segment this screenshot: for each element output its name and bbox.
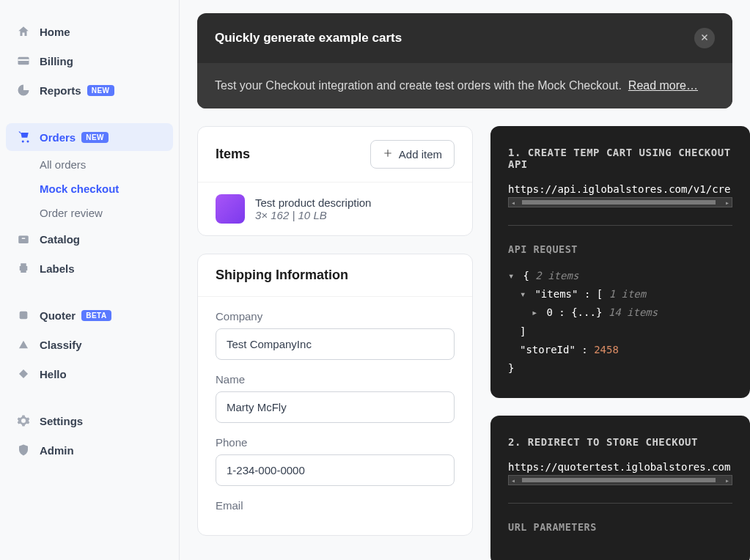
plus-icon: [383, 148, 393, 161]
name-input[interactable]: [216, 391, 455, 423]
scrollbar-thumb[interactable]: [522, 478, 716, 482]
api-panel-2: 2. REDIRECT TO STORE CHECKOUT https://qu…: [490, 416, 750, 560]
sidebar-item-orders[interactable]: Orders NEW: [6, 123, 173, 151]
item-thumbnail: [216, 194, 245, 224]
banner-text: Test your Checkout integration and creat…: [215, 79, 622, 92]
square-icon: [16, 308, 31, 323]
scroll-right-icon: ▸: [723, 199, 732, 207]
diamond-icon: [16, 366, 31, 381]
sidebar-item-quoter[interactable]: Quoter BETA: [6, 301, 173, 329]
sidebar-item-home[interactable]: Home: [6, 18, 173, 45]
items-title: Items: [216, 147, 250, 162]
item-row[interactable]: Test product description 3× 162 | 10 LB: [198, 183, 472, 235]
scroll-left-icon: ◂: [509, 476, 518, 485]
card-icon: [16, 54, 31, 68]
svg-rect-5: [21, 263, 26, 266]
sidebar: Home Billing Reports NEW Orders NEW All …: [0, 0, 180, 560]
cart-icon: [16, 130, 31, 144]
sidebar-item-label: Labels: [40, 262, 75, 275]
api2-sub: URL PARAMETERS: [508, 521, 732, 533]
scroll-left-icon: ◂: [509, 199, 518, 207]
item-name: Test product description: [255, 196, 371, 209]
sidebar-item-settings[interactable]: Settings: [6, 407, 173, 435]
banner: Quickly generate example carts Test your…: [197, 13, 732, 108]
api2-url: https://quotertest.iglobalstores.com: [508, 461, 732, 473]
beta-badge: BETA: [81, 310, 111, 321]
close-button[interactable]: [694, 28, 715, 48]
sidebar-item-reports[interactable]: Reports NEW: [6, 76, 173, 104]
caret-right-icon[interactable]: [532, 303, 540, 322]
json-tree[interactable]: { 2 items "items" : [ 1 item 0 : {...} 1…: [508, 267, 732, 377]
shipping-title: Shipping Information: [216, 268, 348, 283]
item-meta: 3× 162 | 10 LB: [255, 209, 371, 221]
horizontal-scrollbar[interactable]: ◂ ▸: [508, 197, 732, 207]
new-badge: NEW: [81, 132, 109, 143]
phone-label: Phone: [216, 436, 455, 449]
add-item-label: Add item: [399, 148, 442, 161]
items-card: Items Add item Test product description …: [197, 126, 473, 236]
api1-url: https://api.iglobalstores.com/v1/cre: [508, 183, 732, 195]
sidebar-item-classify[interactable]: Classify: [6, 331, 173, 358]
sidebar-item-admin[interactable]: Admin: [6, 436, 173, 464]
print-icon: [16, 261, 31, 276]
sidebar-sub-all-orders[interactable]: All orders: [6, 152, 173, 177]
shield-icon: [16, 443, 31, 457]
main-content: Quickly generate example carts Test your…: [180, 0, 750, 560]
sidebar-item-labels[interactable]: Labels: [6, 254, 173, 282]
email-label: Email: [216, 499, 455, 512]
api-panel-1: 1. CREATE TEMP CART USING CHECKOUT API h…: [490, 126, 750, 398]
sidebar-item-label: Quoter: [40, 309, 76, 322]
sidebar-item-label: Settings: [40, 415, 83, 427]
sidebar-item-label: Reports: [40, 84, 81, 97]
sidebar-item-label: Hello: [40, 368, 67, 380]
banner-title: Quickly generate example carts: [215, 31, 402, 45]
svg-rect-3: [22, 238, 26, 240]
sidebar-item-hello[interactable]: Hello: [6, 360, 173, 388]
sidebar-item-catalog[interactable]: Catalog: [6, 225, 173, 253]
svg-rect-7: [20, 312, 28, 320]
sidebar-item-label: Orders: [40, 131, 76, 144]
archive-icon: [16, 232, 31, 246]
sidebar-item-label: Billing: [40, 55, 73, 67]
sidebar-item-billing[interactable]: Billing: [6, 47, 173, 75]
svg-rect-1: [18, 59, 29, 61]
phone-input[interactable]: [216, 454, 455, 486]
api1-heading: 1. CREATE TEMP CART USING CHECKOUT API: [508, 147, 732, 170]
sidebar-item-label: Classify: [40, 339, 82, 351]
svg-rect-6: [21, 270, 26, 273]
company-input[interactable]: [216, 328, 455, 360]
caret-down-icon[interactable]: [508, 267, 517, 285]
gear-icon: [16, 413, 31, 428]
api2-heading: 2. REDIRECT TO STORE CHECKOUT: [508, 436, 732, 448]
shipping-card: Shipping Information Company Name Phone …: [197, 254, 473, 536]
new-badge: NEW: [87, 85, 114, 96]
name-label: Name: [216, 373, 455, 386]
banner-link[interactable]: Read more…: [628, 79, 698, 92]
sidebar-sub-mock-checkout[interactable]: Mock checkout: [6, 177, 173, 201]
pie-icon: [16, 83, 31, 97]
svg-rect-2: [18, 236, 29, 244]
horizontal-scrollbar[interactable]: ◂ ▸: [508, 475, 732, 485]
scroll-right-icon: ▸: [723, 476, 732, 485]
scrollbar-thumb[interactable]: [522, 200, 716, 205]
api1-sub: API REQUEST: [508, 243, 732, 255]
home-icon: [16, 24, 31, 39]
close-icon: [699, 32, 710, 45]
sidebar-item-label: Home: [40, 26, 70, 38]
company-label: Company: [216, 310, 455, 323]
sidebar-item-label: Admin: [40, 444, 74, 457]
caret-down-icon[interactable]: [520, 285, 529, 303]
sidebar-item-label: Catalog: [40, 233, 80, 246]
triangle-icon: [16, 337, 31, 352]
add-item-button[interactable]: Add item: [370, 140, 455, 169]
sidebar-sub-order-review[interactable]: Order review: [6, 201, 173, 225]
